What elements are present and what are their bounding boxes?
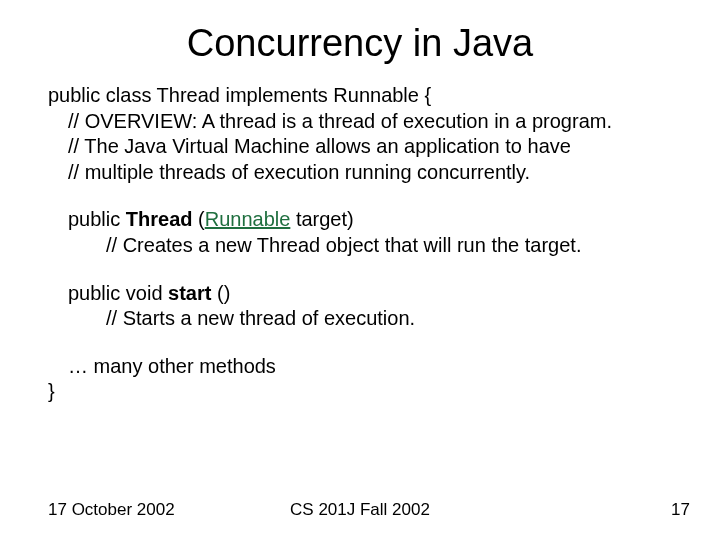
- code-block-start-method: public void start () // Starts a new thr…: [48, 281, 680, 332]
- code-block-class-decl: public class Thread implements Runnable …: [48, 83, 680, 185]
- code-line: }: [48, 379, 680, 405]
- method-name: Thread: [126, 208, 193, 230]
- code-line: // Creates a new Thread object that will…: [48, 233, 680, 259]
- code-block-end: … many other methods }: [48, 354, 680, 405]
- code-block-constructor: public Thread (Runnable target) // Creat…: [48, 207, 680, 258]
- slide: Concurrency in Java public class Thread …: [0, 0, 720, 540]
- text: (: [193, 208, 205, 230]
- code-line: // OVERVIEW: A thread is a thread of exe…: [48, 109, 680, 135]
- code-line: public class Thread implements Runnable …: [48, 83, 680, 109]
- code-line: // multiple threads of execution running…: [48, 160, 680, 186]
- code-line: // The Java Virtual Machine allows an ap…: [48, 134, 680, 160]
- code-line: public void start (): [48, 281, 680, 307]
- footer-page-number: 17: [671, 500, 690, 520]
- method-name: start: [168, 282, 211, 304]
- text: public: [68, 208, 126, 230]
- code-line: … many other methods: [48, 354, 680, 380]
- footer-course: CS 201J Fall 2002: [0, 500, 720, 520]
- code-line: // Starts a new thread of execution.: [48, 306, 680, 332]
- slide-content: public class Thread implements Runnable …: [0, 83, 720, 405]
- slide-title: Concurrency in Java: [0, 0, 720, 83]
- code-line: public Thread (Runnable target): [48, 207, 680, 233]
- text: target): [290, 208, 353, 230]
- runnable-link[interactable]: Runnable: [205, 208, 291, 230]
- text: (): [211, 282, 230, 304]
- text: public void: [68, 282, 168, 304]
